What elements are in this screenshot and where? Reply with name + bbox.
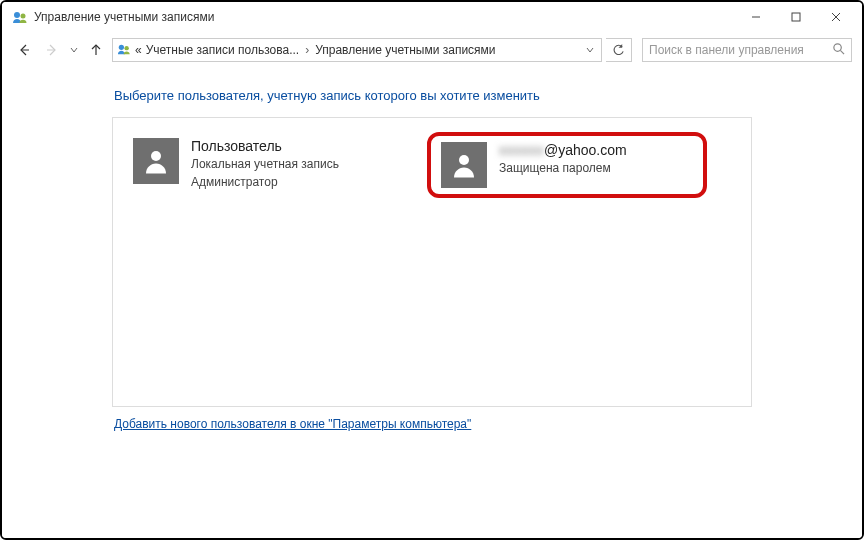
user-name: xxxxxx@yahoo.com <box>499 142 627 158</box>
svg-point-13 <box>151 151 161 161</box>
svg-point-1 <box>21 14 26 19</box>
avatar-icon <box>133 138 179 184</box>
chevron-right-icon[interactable]: › <box>303 43 311 57</box>
svg-rect-3 <box>792 13 800 21</box>
window-title: Управление учетными записями <box>34 10 736 24</box>
user-info: Пользователь Локальная учетная запись Ад… <box>191 138 339 190</box>
svg-point-9 <box>119 44 124 49</box>
search-icon[interactable] <box>832 42 845 58</box>
user-name-redacted: xxxxxx <box>499 142 544 158</box>
minimize-button[interactable] <box>736 3 776 31</box>
user-account-type: Локальная учетная запись <box>191 156 339 172</box>
svg-point-0 <box>14 12 20 18</box>
svg-point-14 <box>459 155 469 165</box>
avatar-icon <box>441 142 487 188</box>
window-controls <box>736 3 856 31</box>
svg-point-11 <box>834 44 841 51</box>
content-area: Выберите пользователя, учетную запись ко… <box>2 68 862 538</box>
titlebar: Управление учетными записями <box>2 2 862 32</box>
search-input[interactable] <box>649 43 832 57</box>
up-button[interactable] <box>84 38 108 62</box>
breadcrumb-item-2[interactable]: Управление учетными записями <box>315 43 495 57</box>
search-box[interactable] <box>642 38 852 62</box>
add-user-link[interactable]: Добавить нового пользователя в окне "Пар… <box>114 417 471 431</box>
svg-point-10 <box>124 45 128 49</box>
control-panel-window: Управление учетными записями <box>2 2 862 538</box>
user-role: Администратор <box>191 174 339 190</box>
user-list-panel: Пользователь Локальная учетная запись Ад… <box>112 117 752 407</box>
close-button[interactable] <box>816 3 856 31</box>
user-card-highlighted[interactable]: xxxxxx@yahoo.com Защищена паролем <box>427 132 707 198</box>
maximize-button[interactable] <box>776 3 816 31</box>
forward-button[interactable] <box>40 38 64 62</box>
user-accounts-breadcrumb-icon <box>117 42 131 59</box>
back-button[interactable] <box>12 38 36 62</box>
breadcrumb-item-1[interactable]: Учетные записи пользова... <box>146 43 299 57</box>
svg-line-12 <box>840 50 844 54</box>
user-password-status: Защищена паролем <box>499 160 627 176</box>
address-bar[interactable]: « Учетные записи пользова... › Управлени… <box>112 38 602 62</box>
refresh-button[interactable] <box>606 38 632 62</box>
recent-locations-dropdown[interactable] <box>68 38 80 62</box>
user-accounts-app-icon <box>12 9 28 25</box>
breadcrumb-prefix-icon: « <box>135 43 142 57</box>
navigation-toolbar: « Учетные записи пользова... › Управлени… <box>2 32 862 68</box>
page-heading: Выберите пользователя, учетную запись ко… <box>114 88 752 103</box>
user-name-domain: @yahoo.com <box>544 142 627 158</box>
user-name: Пользователь <box>191 138 339 154</box>
address-dropdown[interactable] <box>583 46 597 54</box>
user-card[interactable]: Пользователь Локальная учетная запись Ад… <box>127 132 407 196</box>
user-info: xxxxxx@yahoo.com Защищена паролем <box>499 142 627 176</box>
